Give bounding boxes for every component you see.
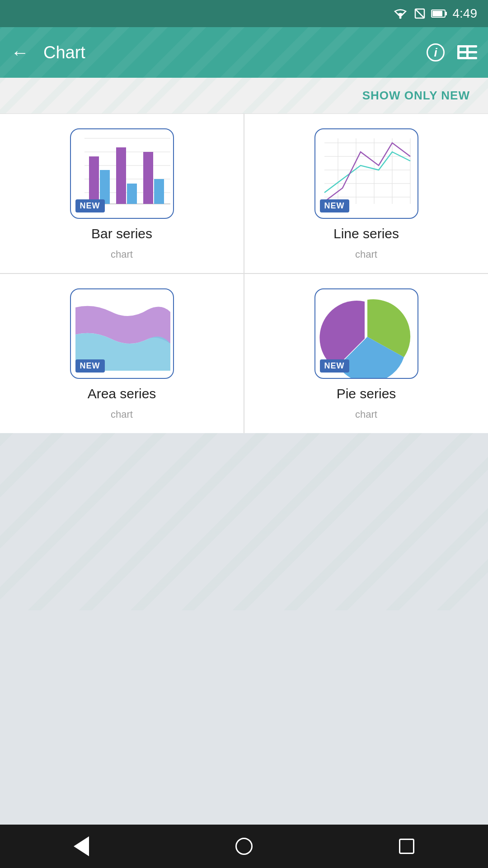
svg-rect-5 bbox=[445, 12, 447, 15]
svg-line-2 bbox=[415, 9, 424, 18]
status-bar: 4:49 bbox=[0, 0, 488, 27]
area-series-tag: chart bbox=[111, 409, 133, 420]
wifi-icon bbox=[392, 8, 408, 19]
signal-blocked-icon bbox=[414, 8, 426, 19]
nav-back-button[interactable] bbox=[63, 828, 99, 864]
recents-nav-icon bbox=[399, 839, 414, 854]
home-nav-icon bbox=[235, 838, 253, 855]
back-nav-icon bbox=[74, 836, 89, 856]
line-series-new-badge: NEW bbox=[320, 199, 349, 212]
line-series-thumbnail: NEW bbox=[314, 128, 418, 219]
pie-series-name: Pie series bbox=[337, 386, 396, 401]
area-series-thumbnail: NEW bbox=[70, 288, 174, 379]
area-series-name: Area series bbox=[88, 386, 156, 401]
bar-series-name: Bar series bbox=[91, 226, 152, 241]
pie-series-thumbnail: NEW bbox=[314, 288, 418, 379]
svg-rect-17 bbox=[89, 156, 99, 204]
filter-bar: SHOW ONLY NEW bbox=[0, 78, 488, 114]
battery-icon bbox=[431, 9, 447, 19]
svg-rect-4 bbox=[432, 11, 442, 16]
show-only-new-button[interactable]: SHOW ONLY NEW bbox=[362, 89, 470, 103]
status-time: 4:49 bbox=[453, 6, 478, 21]
bar-series-tag: chart bbox=[111, 249, 133, 260]
grid-menu-button[interactable] bbox=[457, 43, 477, 61]
bar-series-new-badge: NEW bbox=[75, 199, 105, 212]
app-bar: ← Chart i bbox=[0, 27, 488, 78]
app-bar-actions: i bbox=[427, 43, 477, 61]
chart-item-area-series[interactable]: NEW Area series chart bbox=[0, 274, 244, 433]
line-series-name: Line series bbox=[333, 226, 399, 241]
chart-item-bar-series[interactable]: NEW Bar series chart bbox=[0, 114, 244, 273]
bottom-navigation bbox=[0, 825, 488, 868]
nav-home-button[interactable] bbox=[226, 828, 262, 864]
info-icon: i bbox=[427, 43, 445, 61]
grid-menu-icon bbox=[457, 44, 477, 61]
chart-grid: NEW Bar series chart bbox=[0, 114, 488, 433]
pie-series-tag: chart bbox=[355, 409, 377, 420]
empty-area bbox=[0, 433, 488, 610]
svg-point-0 bbox=[399, 17, 401, 19]
area-series-new-badge: NEW bbox=[75, 359, 105, 373]
app-title: Chart bbox=[43, 43, 412, 62]
svg-rect-10 bbox=[466, 45, 469, 59]
bar-series-thumbnail: NEW bbox=[70, 128, 174, 219]
info-button[interactable]: i bbox=[427, 43, 445, 61]
chart-item-line-series[interactable]: NEW Line series chart bbox=[244, 114, 488, 273]
back-button[interactable]: ← bbox=[11, 43, 29, 61]
pie-series-new-badge: NEW bbox=[320, 359, 349, 373]
svg-rect-21 bbox=[143, 152, 153, 204]
svg-rect-22 bbox=[154, 179, 164, 204]
svg-rect-19 bbox=[116, 147, 126, 204]
svg-rect-9 bbox=[457, 45, 460, 59]
svg-rect-18 bbox=[100, 170, 110, 204]
status-icons: 4:49 bbox=[392, 6, 478, 21]
nav-recents-button[interactable] bbox=[389, 828, 425, 864]
svg-rect-20 bbox=[127, 184, 137, 204]
line-series-tag: chart bbox=[355, 249, 377, 260]
chart-item-pie-series[interactable]: NEW Pie series chart bbox=[244, 274, 488, 433]
